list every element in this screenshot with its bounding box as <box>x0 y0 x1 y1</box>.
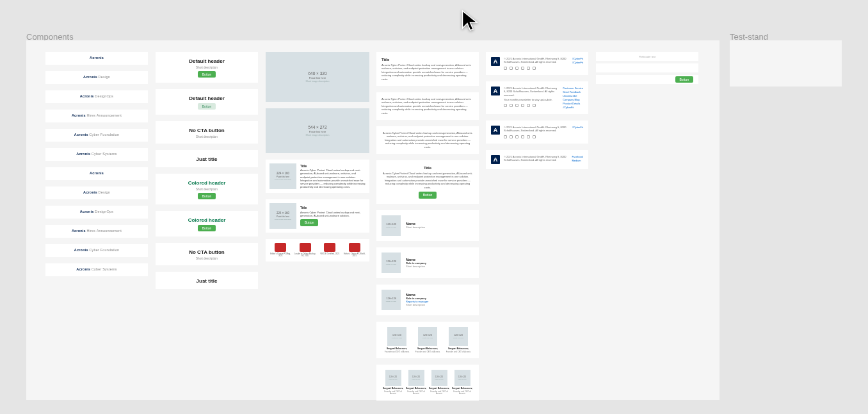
footer-link[interactable]: Unsubscribe <box>563 94 583 97</box>
footer-copy: © 2021 Acronis International GmbH. Rhein… <box>504 57 568 70</box>
social-icon[interactable] <box>515 135 518 138</box>
person-card-2: 128×128 Paste link here Name Role in com… <box>376 247 479 278</box>
header-card-button[interactable]: Button <box>198 193 216 199</box>
social-icon[interactable] <box>527 67 530 70</box>
social-icons <box>504 135 568 138</box>
avatar-dim: 120×120 <box>458 376 466 378</box>
text-block-button[interactable]: Button <box>419 192 437 199</box>
media-item-body: Acronis Cyber Protect Cloud unites backu… <box>300 169 366 188</box>
placeholder-dim: 544 × 272 <box>308 125 326 129</box>
footer-link[interactable]: Facebook <box>572 155 583 158</box>
header-card-button[interactable]: Button <box>198 225 216 231</box>
media-item-button[interactable]: Button <box>300 219 318 226</box>
social-icon[interactable] <box>515 67 518 70</box>
avatar: 120×120Paste link here <box>431 370 447 386</box>
acronis-item[interactable]: Acronis Hires Announcement <box>45 110 148 122</box>
social-icon[interactable] <box>515 104 518 107</box>
logo-icon: A <box>491 57 500 66</box>
logo-icon: A <box>491 87 500 95</box>
person-desc: Short description <box>406 226 425 229</box>
avatar: 120×120Paste link here <box>449 327 468 346</box>
avatar-dim: 120×120 <box>392 334 401 336</box>
avatar-sub: Paste link here <box>386 226 397 228</box>
award-4: Editor's Choice PCWorld, 2021 <box>342 243 367 258</box>
header-card-title: Default header <box>189 58 225 64</box>
acronis-item[interactable]: Acronis Design <box>45 71 148 84</box>
avatar-sub: Paste link here <box>389 379 397 380</box>
social-icon[interactable] <box>533 135 536 138</box>
social-icon[interactable] <box>521 67 524 70</box>
avatar: 120×120Paste link here <box>385 370 401 386</box>
acronis-item[interactable]: Acronis <box>45 52 148 65</box>
acronis-item[interactable]: Acronis DesignOps <box>45 90 148 103</box>
grid-person-role: Founder and CEO of Acronis <box>385 351 409 353</box>
acronis-item[interactable]: Acronis DesignOps <box>45 206 148 219</box>
person-grid-4: 120×120Paste link here Serguei Beloussov… <box>376 365 479 401</box>
social-icon[interactable] <box>521 104 524 107</box>
social-icon[interactable] <box>510 135 513 138</box>
social-icon[interactable] <box>504 104 507 107</box>
avatar-sub: Paste link here <box>422 337 433 339</box>
avatar-dim: 120×120 <box>412 376 420 378</box>
header-card-title: No CTA button <box>189 128 225 133</box>
social-icon[interactable] <box>510 104 513 107</box>
grid-person: 120×120Paste link here Serguei Beloussov… <box>428 370 451 395</box>
acronis-item[interactable]: Acronis Design <box>45 186 148 199</box>
footer-copy-text: © 2021 Acronis International GmbH. Rhein… <box>504 87 559 97</box>
header-card-desc: Short description <box>196 135 218 138</box>
avatar-dim: 120×120 <box>435 376 443 378</box>
media-item-1[interactable]: 224 × 160 Paste link here Short image de… <box>266 160 369 193</box>
header-card-button[interactable]: Button <box>198 71 216 78</box>
social-icon[interactable] <box>533 67 536 70</box>
avatar-dim: 128×128 <box>386 222 396 226</box>
footer-link[interactable]: Customer Service <box>563 87 583 90</box>
form-input-empty[interactable] <box>596 63 698 72</box>
media-item-title: Title <box>300 164 366 169</box>
text-block-body: Acronis Cyber Protect Cloud unites backu… <box>382 63 474 81</box>
acronis-item[interactable]: Acronis Hires Announcement <box>45 225 148 238</box>
social-icon[interactable] <box>527 135 530 138</box>
header-card: Just title <box>156 272 258 289</box>
text-block-title: Title <box>382 57 474 62</box>
acronis-item[interactable]: Acronis Cyber Systems <box>45 263 148 276</box>
footer-link[interactable]: #CyberFit <box>563 106 583 109</box>
avatar: 128×128 Paste link here <box>382 290 401 310</box>
placeholder-sub: Short image description <box>275 179 291 181</box>
avatar-sub: Paste link here <box>435 379 443 380</box>
footer-link[interactable]: Product Details <box>563 102 583 105</box>
award-label: Editor's Choice PCWorld, 2021 <box>342 253 367 258</box>
footer-link[interactable]: #CyberFit <box>572 57 583 60</box>
grid-person-name: Serguei Beloussov, <box>387 347 407 350</box>
acronis-item[interactable]: Acronis Cyber Systems <box>45 148 148 161</box>
social-icon[interactable] <box>533 104 536 107</box>
placeholder-224x160: 224 × 160 Paste link here Short image de… <box>269 203 296 229</box>
footer-link[interactable]: Medium <box>572 159 583 162</box>
social-icon[interactable] <box>527 104 530 107</box>
social-icon[interactable] <box>521 135 524 138</box>
social-icon[interactable] <box>504 67 507 70</box>
logo-icon: A <box>491 126 500 135</box>
grid-person-name: Serguei Beloussov, <box>417 347 438 350</box>
grid-person-name: Serguei Beloussov, <box>452 387 472 390</box>
header-card-button[interactable]: Button <box>198 103 216 110</box>
footer-link[interactable]: Send Feedback <box>563 90 583 94</box>
social-icon[interactable] <box>504 135 507 138</box>
form-button[interactable]: Button <box>675 76 693 83</box>
placeholder-544x272[interactable]: 544 × 272 Paste link here Short image de… <box>266 108 369 153</box>
footer-link[interactable]: #CyberFit <box>572 126 583 129</box>
text-block-3: Acronis Cyber Protect Cloud unites backu… <box>376 126 479 154</box>
avatar: 120×120Paste link here <box>454 370 470 386</box>
footer-link[interactable]: Company Blog <box>563 98 583 101</box>
acronis-item[interactable]: Acronis Cyber Foundation <box>45 244 148 257</box>
award-2: Leader in Online Backup, G2, 2021 <box>293 243 318 258</box>
social-icon[interactable] <box>510 67 513 70</box>
acronis-item[interactable]: Acronis Cyber Foundation <box>45 129 148 142</box>
acronis-item[interactable]: Acronis <box>45 167 148 180</box>
media-item-2[interactable]: 224 × 160 Paste link here Short image de… <box>266 199 369 233</box>
grid-person-name: Serguei Beloussov, <box>448 347 469 350</box>
preheader-input[interactable]: Preheader text <box>596 52 698 61</box>
placeholder-640x320[interactable]: 640 × 320 Paste link here Short image de… <box>266 52 369 102</box>
footer-link[interactable]: #CyberFit <box>572 61 583 64</box>
award-icon <box>300 243 311 252</box>
footer-links: Customer Service Send Feedback Unsubscri… <box>563 87 583 109</box>
